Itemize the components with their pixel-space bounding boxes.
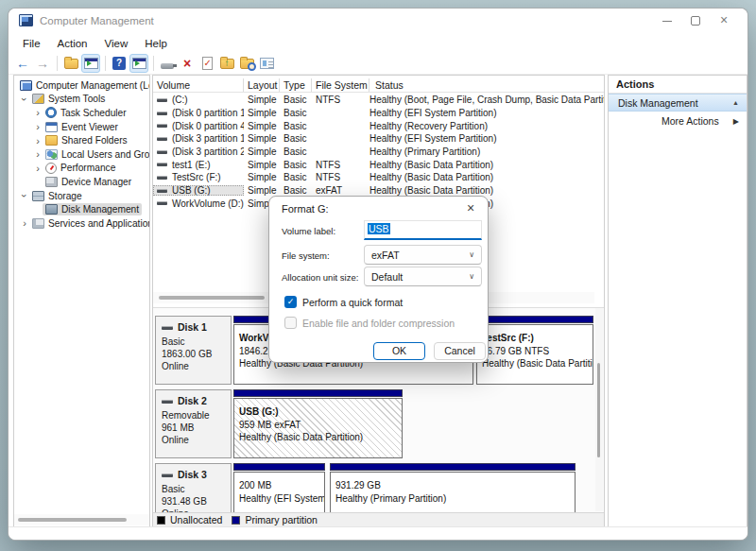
properties-icon[interactable] (257, 54, 276, 73)
collapse-icon[interactable]: ▲ (732, 99, 739, 106)
actions-disk-management[interactable]: Disk Management ▲ (609, 94, 747, 112)
computer-icon (20, 80, 32, 91)
chevron-down-icon: ∨ (469, 272, 474, 281)
menu-view[interactable]: View (96, 36, 137, 51)
menu-file[interactable]: File (14, 36, 49, 51)
column-type[interactable]: Type (280, 78, 312, 92)
disk-icon (162, 474, 173, 477)
allocation-unit-select[interactable]: Default ∨ (364, 267, 482, 286)
tree-item-computer-management[interactable]: Computer Management (Local) (14, 78, 149, 93)
menu-help[interactable]: Help (136, 36, 176, 51)
tree-item-label: Local Users and Groups (61, 149, 149, 160)
chevron-down-icon[interactable]: › (20, 95, 29, 104)
folder-search-icon[interactable] (237, 54, 256, 73)
partition-usb-selected[interactable]: USB (G:)959 MB exFATHealthy (Basic Data … (233, 389, 403, 458)
partition-testsrc[interactable]: TestSrc (F:)16.79 GB NTFSHealthy (Basic … (476, 316, 593, 385)
tree: Computer Management (Local) › System Too… (14, 76, 149, 231)
chevron-right-icon[interactable]: › (33, 122, 43, 131)
dialog-close-icon[interactable]: × (462, 199, 479, 216)
selected-text: USB (368, 223, 390, 234)
tree-item-event-viewer[interactable]: › Event Viewer (14, 120, 149, 134)
forward-icon[interactable]: → (33, 54, 52, 73)
console-tree-toggle-icon[interactable] (81, 54, 100, 73)
partition-color-bar (330, 463, 576, 471)
menu-action[interactable]: Action (49, 36, 96, 51)
chevron-right-icon[interactable]: › (33, 108, 43, 117)
export-list-icon[interactable] (61, 54, 80, 73)
check-volume-icon[interactable]: ✓ (198, 54, 216, 73)
drive-icon (157, 163, 167, 166)
file-system-select[interactable]: exFAT ∨ (364, 245, 482, 265)
partition-color-bar (476, 316, 593, 323)
tree-item-storage[interactable]: › Storage (14, 189, 149, 203)
action-pane-toggle-icon[interactable] (129, 54, 148, 73)
quick-format-label[interactable]: Perform a quick format (302, 297, 403, 308)
tree-item-label: Services and Applications (48, 218, 149, 229)
disk-graph-vertical-scrollbar[interactable] (595, 308, 603, 511)
drive-icon (157, 201, 167, 205)
volume-row[interactable]: (C:)SimpleBasicNTFSHealthy (Boot, Page F… (153, 94, 604, 107)
chevron-right-icon[interactable]: › (20, 218, 29, 228)
scrollbar-thumb[interactable] (597, 363, 600, 457)
toolbar-separator (105, 56, 106, 71)
tree-item-shared-folders[interactable]: › Shared Folders (14, 133, 149, 147)
volume-row[interactable]: (Disk 3 partition 2)SimpleBasicHealthy (… (153, 146, 604, 159)
scrollbar-thumb[interactable] (159, 296, 265, 300)
column-layout[interactable]: Layout (244, 78, 280, 92)
tree-item-services-applications[interactable]: › Services and Applications (14, 216, 149, 231)
close-button[interactable]: × (710, 9, 738, 33)
volume-list: (C:)SimpleBasicNTFSHealthy (Boot, Page F… (153, 94, 604, 210)
toolbar: ← → ? × ✓ ↑ (9, 53, 747, 75)
column-volume[interactable]: Volume (153, 78, 244, 92)
volume-name: WorkVolume (D:) (172, 198, 244, 209)
drive-icon (157, 189, 167, 193)
chevron-right-icon[interactable]: › (33, 149, 43, 159)
volume-row[interactable]: TestSrc (F:)SimpleBasicNTFSHealthy (Basi… (153, 171, 604, 184)
volume-row[interactable]: (Disk 0 partition 1)SimpleBasicHealthy (… (153, 107, 604, 120)
cancel-button[interactable]: Cancel (434, 342, 486, 360)
tree-item-system-tools[interactable]: › System Tools (14, 93, 149, 107)
back-icon[interactable]: ← (13, 54, 32, 73)
column-file-system[interactable]: File System (312, 78, 369, 92)
drive-icon (157, 124, 167, 128)
disk2-label[interactable]: Disk 2 Removable 961 MB Online (155, 389, 232, 458)
actions-pane: Actions Disk Management ▲ More Actions ▶ (608, 75, 747, 527)
remote-connect-icon[interactable] (158, 54, 177, 73)
tree-horizontal-scrollbar[interactable] (14, 514, 149, 525)
tree-item-task-scheduler[interactable]: › Task Scheduler (14, 106, 149, 120)
volume-name: TestSrc (F:) (172, 172, 221, 182)
chevron-right-icon[interactable]: › (33, 164, 43, 173)
chevron-right-icon[interactable]: › (33, 136, 43, 146)
help-icon[interactable]: ? (110, 54, 129, 73)
scrollbar-thumb[interactable] (18, 518, 127, 522)
disk1-label[interactable]: Disk 1 Basic 1863.00 GB Online (155, 316, 232, 385)
folder-up-icon[interactable]: ↑ (217, 54, 236, 73)
volume-name: test1 (E:) (172, 160, 211, 170)
volume-name: (Disk 0 partition 4) (172, 121, 244, 131)
actions-header: Actions (609, 76, 747, 94)
tree-item-device-manager[interactable]: Device Manager (14, 175, 149, 189)
column-status[interactable]: Status (369, 78, 604, 92)
titlebar[interactable]: Computer Management × (9, 9, 747, 34)
delete-volume-icon[interactable]: × (178, 54, 197, 73)
tree-item-local-users-groups[interactable]: › Local Users and Groups (14, 147, 149, 162)
drive-icon (157, 98, 167, 102)
volume-row[interactable]: (Disk 0 partition 4)SimpleBasicHealthy (… (153, 119, 604, 132)
actions-more-actions[interactable]: More Actions ▶ (609, 112, 747, 130)
compression-label: Enable file and folder compression (302, 318, 455, 329)
quick-format-checkbox[interactable]: ✓ (284, 296, 297, 308)
tree-item-disk-management[interactable]: Disk Management (14, 202, 149, 216)
tree-item-label: Device Manager (61, 177, 131, 187)
tree-item-performance[interactable]: › Performance (14, 162, 149, 176)
volume-row[interactable]: (Disk 3 partition 1)SimpleBasicHealthy (… (153, 132, 604, 146)
volume-row[interactable]: test1 (E:)SimpleBasicNTFSHealthy (Basic … (153, 158, 604, 171)
ok-button[interactable]: OK (373, 342, 425, 360)
device-manager-icon (45, 177, 58, 187)
minimize-button[interactable] (653, 9, 681, 33)
maximize-button[interactable] (681, 9, 710, 33)
volume-label-input[interactable]: USB (364, 220, 482, 240)
toolbar-separator (57, 56, 58, 71)
chevron-down-icon[interactable]: › (20, 191, 29, 200)
partition-color-bar (233, 389, 403, 397)
tree-item-label: Performance (60, 163, 115, 173)
